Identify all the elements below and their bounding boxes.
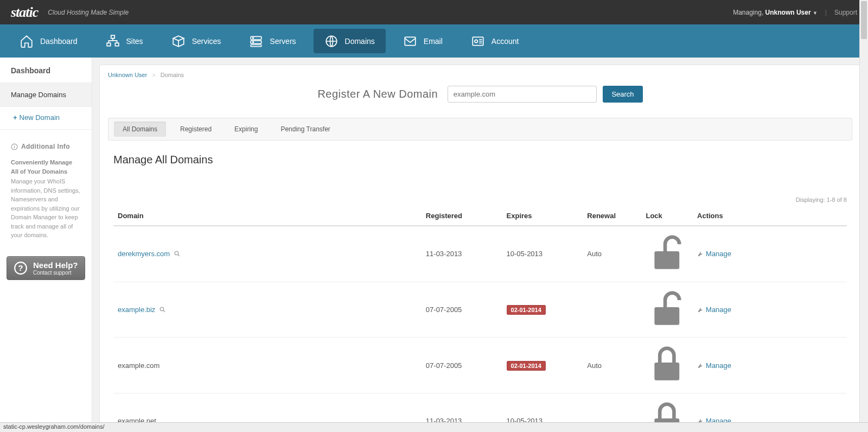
cell-renewal (583, 282, 641, 338)
nav-label: Domains (345, 37, 375, 46)
nav-label: Sites (126, 37, 143, 46)
table-row: example.com07-07-200502-01-2014AutoManag… (113, 338, 847, 393)
nav-label: Account (492, 37, 519, 46)
wrench-icon (697, 250, 704, 257)
cell-lock (641, 338, 693, 393)
sites-icon (106, 34, 120, 48)
cell-renewal: Auto (583, 226, 641, 282)
svg-rect-18 (655, 251, 680, 269)
svg-text:?: ? (18, 263, 23, 272)
nav-servers[interactable]: Servers (238, 29, 307, 53)
nav-label: Services (192, 37, 221, 46)
cell-expires: 02-01-2014 (502, 282, 583, 338)
svg-rect-13 (14, 146, 15, 148)
new-domain-label: New Domain (20, 113, 60, 122)
cell-domain: example.biz (113, 282, 422, 338)
cell-registered: 11-03-2013 (422, 226, 502, 282)
nav-label: Email (424, 37, 443, 46)
cell-domain: example.com (113, 338, 422, 393)
domain-text: example.com (118, 361, 159, 370)
support-link[interactable]: Support (834, 9, 857, 16)
need-help-sub: Contact support (33, 270, 78, 276)
lock-open-icon (646, 323, 688, 332)
sidebar-item-new-domain[interactable]: +New Domain (0, 107, 92, 130)
section-heading: Manage All Domains (113, 154, 847, 166)
main-content: Unknown User > Domains Register A New Do… (92, 58, 868, 432)
svg-rect-2 (115, 43, 119, 46)
register-row: Register A New Domain Search (108, 86, 852, 103)
breadcrumb-page: Domains (161, 72, 184, 78)
sidebar-title: Dashboard (0, 58, 92, 82)
svg-point-6 (253, 37, 254, 39)
domain-link[interactable]: example.biz (118, 306, 155, 314)
sidebar-info-text: Manage your WhoIS information, DNS setti… (11, 177, 81, 240)
svg-rect-1 (107, 43, 111, 46)
domain-link[interactable]: derekmyers.com (118, 250, 170, 258)
cell-registered: 07-07-2005 (422, 338, 502, 393)
plus-icon: + (13, 113, 17, 122)
scrollbar[interactable] (859, 0, 868, 422)
need-help-title: Need Help? (33, 261, 78, 270)
logo: static (11, 4, 38, 21)
col-actions: Actions (693, 206, 847, 226)
cell-domain: derekmyers.com (113, 226, 422, 282)
svg-point-17 (175, 251, 178, 255)
sidebar: Dashboard Manage Domains +New Domain Add… (0, 58, 92, 432)
topbar-right: Managing, Unknown User ▼ | Support (733, 9, 857, 16)
info-title-text: Additional Info (21, 143, 70, 150)
nav-sites[interactable]: Sites (95, 29, 154, 53)
cell-actions: Manage (693, 338, 847, 393)
tab-all-domains[interactable]: All Domains (114, 122, 166, 137)
topbar: static Cloud Hosting Made Simple Managin… (0, 0, 868, 24)
services-icon (171, 34, 186, 48)
tab-registered[interactable]: Registered (171, 122, 220, 137)
wrench-icon (697, 306, 704, 313)
manage-link[interactable]: Manage (697, 250, 731, 258)
cell-lock (641, 226, 693, 282)
nav-email[interactable]: Email (392, 29, 454, 53)
svg-point-19 (160, 307, 164, 311)
need-help-button[interactable]: ? Need Help? Contact support (7, 256, 85, 280)
lock-closed-icon (646, 379, 688, 387)
sidebar-item-manage-domains[interactable]: Manage Domains (0, 82, 92, 107)
main-nav: DashboardSitesServicesServersDomainsEmai… (0, 24, 868, 58)
wrench-icon (697, 362, 704, 369)
tabs-bar: All DomainsRegisteredExpiringPending Tra… (108, 118, 852, 141)
sidebar-info-bold: Conveniently Manage All of Your Domains (11, 158, 81, 176)
cell-actions: Manage (693, 226, 847, 282)
displaying-count: Displaying: 1-8 of 8 (113, 196, 847, 203)
user-name: Unknown User (765, 9, 811, 16)
breadcrumb-user[interactable]: Unknown User (108, 72, 147, 78)
nav-services[interactable]: Services (161, 29, 232, 53)
col-expires: Expires (502, 206, 583, 226)
nav-account[interactable]: Account (460, 29, 530, 53)
domain-search-input[interactable] (448, 86, 597, 103)
manage-link[interactable]: Manage (697, 306, 731, 314)
tab-expiring[interactable]: Expiring (226, 122, 266, 137)
domain-search-button[interactable]: Search (603, 86, 642, 103)
svg-rect-9 (405, 37, 416, 45)
svg-point-14 (14, 145, 15, 145)
info-icon (11, 143, 18, 150)
register-title: Register A New Domain (317, 88, 438, 100)
breadcrumb-sep: > (152, 72, 155, 78)
cell-lock (641, 282, 693, 338)
manage-link[interactable]: Manage (697, 361, 731, 370)
nav-label: Servers (270, 37, 296, 46)
managing-label: Managing, (733, 9, 763, 16)
user-menu[interactable]: Managing, Unknown User ▼ (733, 9, 818, 16)
breadcrumb: Unknown User > Domains (108, 72, 852, 78)
magnify-icon[interactable] (174, 250, 181, 257)
nav-domains[interactable]: Domains (314, 29, 386, 53)
magnify-icon[interactable] (159, 306, 166, 313)
domains-table: DomainRegisteredExpiresRenewalLockAction… (113, 206, 847, 432)
sidebar-info-title: Additional Info (11, 143, 81, 150)
svg-point-11 (475, 40, 477, 42)
tab-pending-transfer[interactable]: Pending Transfer (272, 122, 339, 137)
svg-rect-21 (655, 363, 680, 380)
expires-badge: 02-01-2014 (507, 361, 546, 371)
svg-rect-0 (111, 35, 114, 38)
dashboard-icon (20, 34, 34, 48)
nav-dashboard[interactable]: Dashboard (9, 29, 88, 53)
question-icon: ? (14, 261, 28, 275)
